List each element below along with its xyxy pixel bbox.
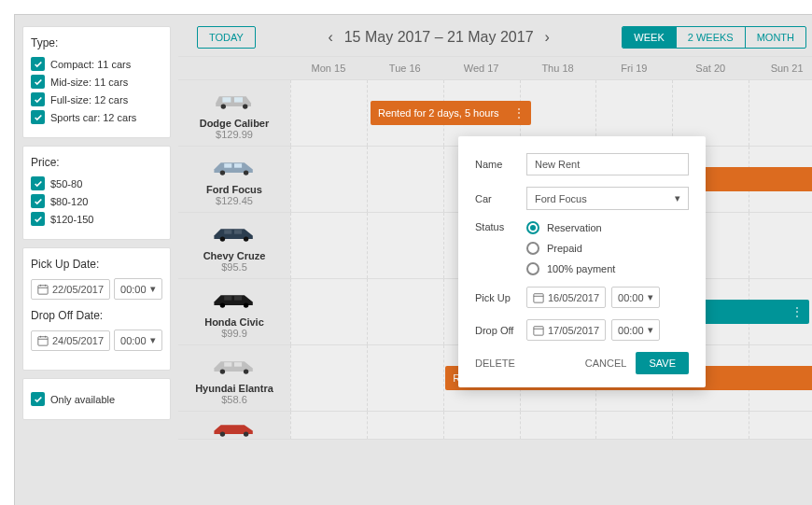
svg-rect-30 (534, 293, 543, 302)
filter-price-title: Price: (31, 156, 162, 169)
filter-price-item[interactable]: $120-150 (31, 212, 162, 226)
pickup-date-input[interactable]: 22/05/2017 (31, 279, 110, 300)
car-price: $129.99 (182, 129, 287, 140)
chevron-down-icon: ▾ (150, 334, 156, 346)
radio-prepaid[interactable]: Prepaid (526, 242, 615, 255)
svg-point-25 (244, 369, 248, 373)
radio-reservation[interactable]: Reservation (526, 221, 615, 234)
modal-pickup-date[interactable]: 16/05/2017 (526, 287, 606, 308)
more-icon[interactable]: ⋮ (806, 371, 812, 386)
car-select[interactable]: Ford Focus▾ (526, 187, 689, 210)
svg-rect-32 (534, 326, 543, 334)
day-header: Thu 18 (520, 57, 596, 79)
pickup-date-label: Pick Up Date: (31, 258, 162, 271)
more-icon[interactable]: ⋮ (791, 304, 804, 319)
filter-price-item[interactable]: $50-80 (31, 176, 162, 190)
date-range: ‹ 15 May 2017 – 21 May 2017 › (328, 29, 549, 46)
calendar-icon (37, 284, 49, 295)
checkbox-icon[interactable] (31, 57, 45, 71)
svg-rect-14 (224, 163, 231, 168)
car-cell[interactable]: Ford Focus $129.45 (178, 147, 290, 212)
today-button[interactable]: TODAY (197, 26, 256, 49)
checkbox-icon[interactable] (31, 75, 45, 89)
dropoff-time-input[interactable]: 00:00 ▾ (114, 330, 162, 351)
radio-icon (526, 262, 539, 275)
filter-type-item[interactable]: Full-size: 12 cars (31, 92, 162, 106)
svg-point-12 (220, 170, 225, 175)
save-button[interactable]: SAVE (636, 352, 689, 374)
car-cell[interactable] (178, 412, 290, 439)
svg-rect-4 (38, 336, 48, 344)
svg-point-17 (244, 236, 248, 241)
main-area: TODAY ‹ 15 May 2017 – 21 May 2017 › WEEK… (178, 15, 812, 505)
car-price: $58.6 (182, 394, 287, 405)
more-icon[interactable]: ⋮ (512, 105, 525, 120)
rental-bar[interactable]: Rented for 2 days, 5 hours⋮ (371, 101, 531, 125)
tab-week[interactable]: WEEK (623, 27, 675, 48)
modal-dropoff-date[interactable]: 17/05/2017 (526, 319, 606, 341)
svg-rect-26 (224, 362, 231, 367)
delete-button[interactable]: DELETE (475, 358, 515, 369)
svg-point-8 (221, 104, 226, 108)
car-cell[interactable]: Honda Civic $99.9 (178, 279, 290, 344)
filter-type-panel: Type: Compact: 11 cars Mid-size: 11 cars… (22, 26, 171, 138)
table-row (178, 412, 812, 440)
car-name: Chevy Cruze (182, 250, 287, 261)
dropoff-date-input[interactable]: 24/05/2017 (31, 330, 110, 351)
day-header: Wed 17 (443, 57, 520, 79)
chevron-down-icon: ▾ (675, 192, 680, 204)
checkbox-icon[interactable] (31, 212, 45, 226)
filter-price-item[interactable]: $80-120 (31, 194, 162, 208)
car-name: Hyundai Elantra (182, 383, 287, 394)
radio-full-payment[interactable]: 100% payment (526, 262, 615, 275)
car-price: $95.5 (182, 261, 287, 273)
radio-icon (526, 221, 539, 234)
svg-point-16 (220, 236, 225, 241)
only-available-checkbox[interactable]: Only available (31, 392, 162, 406)
filter-type-item[interactable]: Compact: 11 cars (31, 57, 162, 71)
checkbox-icon[interactable] (31, 176, 45, 190)
tab-2weeks[interactable]: 2 WEEKS (676, 27, 745, 48)
timeline[interactable] (290, 412, 812, 439)
car-label: Car (475, 193, 526, 204)
next-icon[interactable]: › (545, 29, 550, 46)
date-range-text: 15 May 2017 – 21 May 2017 (344, 29, 534, 46)
day-header: Fri 19 (595, 57, 672, 79)
filter-type-item[interactable]: Sports car: 12 cars (31, 110, 162, 124)
svg-rect-27 (234, 362, 242, 367)
car-cell[interactable]: Dodge Caliber $129.99 (178, 80, 290, 146)
car-icon (209, 152, 259, 178)
filter-type-item[interactable]: Mid-size: 11 cars (31, 75, 162, 89)
car-price: $99.9 (182, 328, 287, 339)
svg-rect-18 (224, 230, 231, 234)
tab-month[interactable]: MONTH (745, 27, 805, 48)
name-input[interactable] (526, 153, 689, 175)
svg-point-9 (243, 104, 247, 108)
modal-pickup-time[interactable]: 00:00 ▾ (611, 287, 660, 308)
svg-rect-0 (38, 285, 48, 293)
pickup-time-input[interactable]: 00:00 ▾ (114, 278, 162, 300)
svg-rect-23 (234, 296, 242, 301)
svg-point-20 (220, 302, 225, 307)
chevron-down-icon: ▾ (648, 324, 653, 336)
prev-icon[interactable]: ‹ (328, 29, 332, 46)
car-cell[interactable]: Chevy Cruze $95.5 (178, 213, 290, 278)
car-cell[interactable]: Hyundai Elantra $58.6 (178, 345, 290, 411)
checkbox-icon[interactable] (31, 110, 45, 124)
cancel-button[interactable]: CANCEL (585, 358, 627, 369)
checkbox-icon[interactable] (31, 92, 45, 106)
svg-point-21 (244, 302, 248, 307)
car-price: $129.45 (182, 195, 287, 206)
sidebar: Type: Compact: 11 cars Mid-size: 11 cars… (15, 15, 178, 505)
day-header: Tue 16 (367, 57, 443, 79)
status-label: Status (475, 221, 526, 232)
checkbox-icon[interactable] (31, 392, 45, 406)
radio-icon (526, 242, 539, 255)
modal-dropoff-time[interactable]: 00:00 ▾ (611, 319, 660, 341)
svg-rect-10 (222, 97, 231, 102)
car-name: Dodge Caliber (182, 118, 287, 129)
more-icon[interactable]: ⋮ (806, 172, 812, 187)
svg-point-29 (244, 431, 248, 436)
view-tabs: WEEK 2 WEEKS MONTH (622, 26, 806, 49)
checkbox-icon[interactable] (31, 194, 45, 208)
